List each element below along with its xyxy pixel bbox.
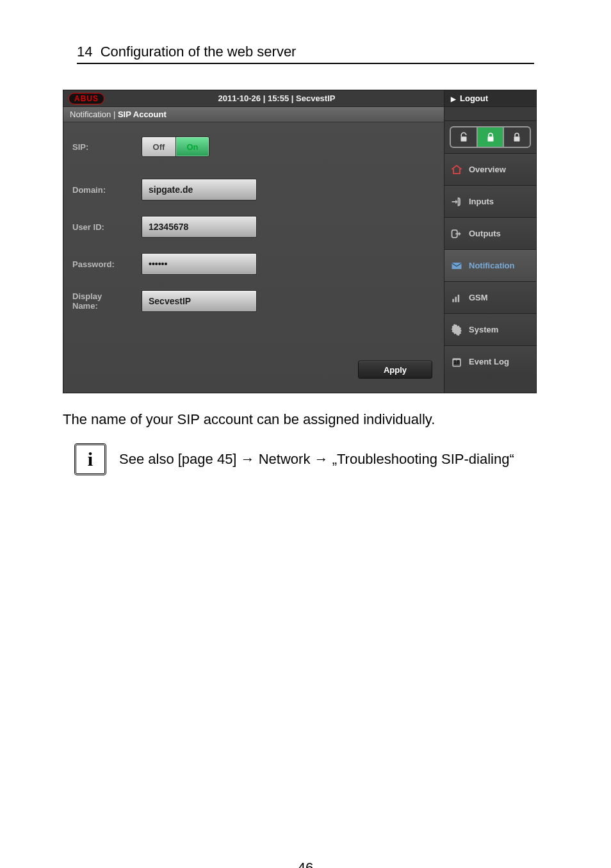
sidebar-item-inputs[interactable]: Inputs: [444, 185, 536, 217]
sip-toggle[interactable]: Off On: [142, 136, 209, 157]
svg-rect-2: [514, 136, 520, 142]
password-label: Password:: [72, 259, 142, 269]
main-panel: Notification | SIP Account SIP: Off On D…: [63, 107, 444, 393]
sidebar-item-gsm[interactable]: GSM: [444, 281, 536, 313]
displayname-label-l2: Name:: [72, 301, 98, 311]
logout-label: Logout: [460, 94, 488, 103]
brand-text: ABUS: [69, 93, 104, 104]
logout-button[interactable]: ▶Logout: [444, 90, 536, 106]
calendar-badge: 18: [453, 359, 460, 365]
note-text: See also [page 45] → Network → „Troubles…: [119, 451, 514, 468]
note-tail: „Troubleshooting SIP-dialing“: [329, 451, 514, 467]
breadcrumb-sep: |: [111, 110, 118, 119]
sidebar-item-label: System: [469, 325, 498, 334]
domain-input[interactable]: [142, 179, 257, 201]
chapter-rule: [77, 63, 534, 64]
sidebar-item-system[interactable]: System: [444, 313, 536, 345]
userid-label: User ID:: [72, 222, 142, 232]
sidebar-item-outputs[interactable]: Outputs: [444, 217, 536, 249]
note-mid: Network: [255, 451, 314, 467]
arrow2: →: [314, 451, 329, 467]
svg-rect-6: [455, 297, 457, 302]
lock-closed-icon[interactable]: [503, 127, 530, 147]
svg-rect-0: [460, 136, 466, 142]
input-arrow-icon: [450, 195, 464, 209]
top-bar: ABUS 2011-10-26 | 15:55 | SecvestIP ▶Log…: [63, 90, 536, 107]
displayname-input[interactable]: [142, 290, 257, 312]
sidebar-item-eventlog[interactable]: 18 Event Log: [444, 345, 536, 377]
breadcrumb-page: SIP Account: [118, 110, 167, 119]
body-paragraph: The name of your SIP account can be assi…: [63, 411, 560, 428]
sidebar-item-label: Inputs: [469, 197, 494, 206]
sidebar-item-label: Event Log: [469, 357, 509, 366]
screenshot-panel: ABUS 2011-10-26 | 15:55 | SecvestIP ▶Log…: [63, 90, 537, 393]
displayname-label-l1: Display: [72, 291, 102, 301]
sidebar: Overview Inputs Outputs: [444, 107, 536, 393]
lock-open-icon[interactable]: [451, 127, 477, 147]
svg-rect-1: [487, 136, 493, 142]
sidebar-item-label: Overview: [469, 165, 506, 174]
envelope-icon: [450, 259, 464, 273]
apply-button[interactable]: Apply: [358, 361, 432, 379]
topbar-title: 2011-10-26 | 15:55 | SecvestIP: [110, 90, 444, 106]
chevron-right-icon: ▶: [451, 95, 456, 102]
password-input[interactable]: [142, 253, 257, 275]
breadcrumb: Notification | SIP Account: [63, 107, 444, 122]
sip-toggle-on[interactable]: On: [175, 137, 209, 156]
svg-rect-5: [452, 299, 454, 302]
sidebar-item-label: Outputs: [469, 229, 501, 238]
sidebar-item-label: GSM: [469, 293, 488, 302]
signal-bars-icon: [450, 291, 464, 305]
output-arrow-icon: [450, 227, 464, 241]
sidebar-item-notification[interactable]: Notification: [444, 249, 536, 281]
sidebar-item-overview[interactable]: Overview: [444, 153, 536, 185]
sip-toggle-off[interactable]: Off: [142, 137, 175, 156]
svg-rect-7: [458, 295, 460, 302]
chapter-heading: 14 Configuration of the web server: [77, 44, 534, 60]
chapter-num: 14: [77, 44, 92, 60]
breadcrumb-section: Notification: [70, 110, 111, 119]
arm-status-box: [450, 126, 531, 148]
gear-icon: [450, 323, 464, 337]
chapter-title: Configuration of the web server: [101, 44, 297, 60]
sidebar-spacer: [444, 107, 536, 121]
lock-partial-icon[interactable]: [477, 127, 503, 147]
info-icon: i: [74, 443, 106, 475]
info-note: i See also [page 45] → Network → „Troubl…: [74, 443, 560, 475]
domain-label: Domain:: [72, 185, 142, 195]
svg-rect-4: [452, 263, 462, 269]
userid-input[interactable]: [142, 216, 257, 238]
arrow1: →: [241, 451, 255, 467]
note-pre: See also [page 45]: [119, 451, 241, 467]
sidebar-item-label: Notification: [469, 261, 515, 270]
displayname-label: Display Name:: [72, 291, 142, 311]
house-icon: [450, 163, 464, 177]
calendar-icon: 18: [450, 355, 464, 369]
brand-logo: ABUS: [63, 90, 110, 106]
sip-label: SIP:: [72, 142, 142, 152]
page-number: 46: [0, 860, 611, 868]
